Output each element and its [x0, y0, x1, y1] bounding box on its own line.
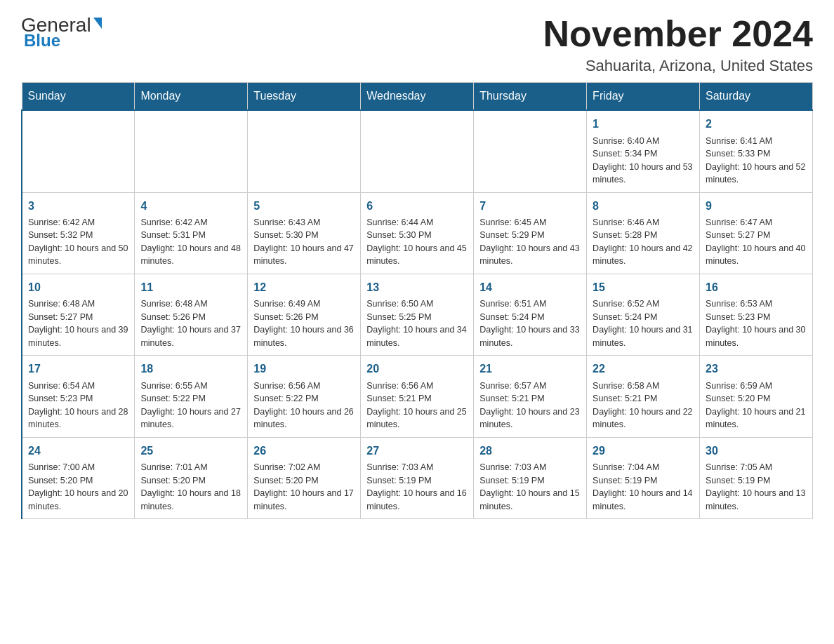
calendar-cell: 16Sunrise: 6:53 AM Sunset: 5:23 PM Dayli… [700, 274, 813, 355]
page-header: General Blue November 2024 Sahuarita, Ar… [21, 14, 813, 75]
calendar-cell: 21Sunrise: 6:57 AM Sunset: 5:21 PM Dayli… [474, 356, 587, 437]
day-info: Sunrise: 6:45 AM Sunset: 5:29 PM Dayligh… [479, 217, 579, 267]
day-info: Sunrise: 6:52 AM Sunset: 5:24 PM Dayligh… [593, 299, 692, 348]
day-info: Sunrise: 6:47 AM Sunset: 5:27 PM Dayligh… [706, 217, 805, 267]
calendar-week-row: 3Sunrise: 6:42 AM Sunset: 5:32 PM Daylig… [22, 192, 813, 274]
calendar-cell: 8Sunrise: 6:46 AM Sunset: 5:28 PM Daylig… [587, 192, 700, 274]
day-info: Sunrise: 6:59 AM Sunset: 5:20 PM Dayligh… [706, 381, 805, 430]
day-info: Sunrise: 6:54 AM Sunset: 5:23 PM Dayligh… [28, 381, 128, 430]
day-number: 28 [479, 443, 581, 459]
calendar-cell [474, 110, 587, 192]
calendar-cell: 7Sunrise: 6:45 AM Sunset: 5:29 PM Daylig… [474, 192, 587, 274]
day-info: Sunrise: 6:56 AM Sunset: 5:21 PM Dayligh… [366, 381, 466, 430]
calendar-cell: 2Sunrise: 6:41 AM Sunset: 5:33 PM Daylig… [700, 110, 813, 192]
calendar-day-header-thursday: Thursday [474, 83, 587, 111]
calendar-week-row: 17Sunrise: 6:54 AM Sunset: 5:23 PM Dayli… [22, 356, 813, 437]
day-number: 8 [593, 199, 694, 214]
day-number: 17 [28, 361, 128, 377]
day-number: 7 [479, 199, 581, 214]
page-title: November 2024 [543, 14, 813, 54]
day-info: Sunrise: 7:00 AM Sunset: 5:20 PM Dayligh… [28, 462, 128, 511]
day-number: 30 [706, 443, 807, 459]
calendar-cell: 4Sunrise: 6:42 AM Sunset: 5:31 PM Daylig… [135, 192, 248, 274]
day-number: 10 [28, 280, 128, 295]
logo-blue-text: Blue [21, 31, 60, 51]
calendar-cell [361, 110, 474, 192]
day-info: Sunrise: 6:55 AM Sunset: 5:22 PM Dayligh… [140, 381, 240, 430]
calendar-header-row: SundayMondayTuesdayWednesdayThursdayFrid… [22, 83, 813, 111]
calendar-week-row: 10Sunrise: 6:48 AM Sunset: 5:27 PM Dayli… [22, 274, 813, 355]
calendar-cell: 13Sunrise: 6:50 AM Sunset: 5:25 PM Dayli… [361, 274, 474, 355]
calendar-cell: 22Sunrise: 6:58 AM Sunset: 5:21 PM Dayli… [587, 356, 700, 437]
day-info: Sunrise: 6:48 AM Sunset: 5:27 PM Dayligh… [28, 299, 128, 348]
calendar-day-header-saturday: Saturday [700, 83, 813, 111]
day-info: Sunrise: 6:51 AM Sunset: 5:24 PM Dayligh… [479, 299, 579, 348]
day-info: Sunrise: 6:53 AM Sunset: 5:23 PM Dayligh… [706, 299, 805, 348]
day-info: Sunrise: 6:41 AM Sunset: 5:33 PM Dayligh… [706, 136, 805, 185]
logo-triangle-icon [93, 18, 102, 29]
calendar-cell [248, 110, 361, 192]
day-info: Sunrise: 6:58 AM Sunset: 5:21 PM Dayligh… [593, 381, 692, 430]
day-info: Sunrise: 6:56 AM Sunset: 5:22 PM Dayligh… [253, 381, 353, 430]
calendar-cell: 3Sunrise: 6:42 AM Sunset: 5:32 PM Daylig… [22, 192, 135, 274]
calendar-cell: 19Sunrise: 6:56 AM Sunset: 5:22 PM Dayli… [248, 356, 361, 437]
day-info: Sunrise: 6:57 AM Sunset: 5:21 PM Dayligh… [479, 381, 579, 430]
calendar-cell: 6Sunrise: 6:44 AM Sunset: 5:30 PM Daylig… [361, 192, 474, 274]
day-info: Sunrise: 7:03 AM Sunset: 5:19 PM Dayligh… [366, 462, 466, 511]
calendar-cell: 11Sunrise: 6:48 AM Sunset: 5:26 PM Dayli… [135, 274, 248, 355]
day-info: Sunrise: 7:04 AM Sunset: 5:19 PM Dayligh… [593, 462, 692, 511]
calendar-cell: 1Sunrise: 6:40 AM Sunset: 5:34 PM Daylig… [587, 110, 700, 192]
day-info: Sunrise: 6:49 AM Sunset: 5:26 PM Dayligh… [253, 299, 353, 348]
calendar-cell: 29Sunrise: 7:04 AM Sunset: 5:19 PM Dayli… [587, 437, 700, 518]
day-number: 25 [140, 443, 241, 459]
calendar-day-header-wednesday: Wednesday [361, 83, 474, 111]
title-area: November 2024 Sahuarita, Arizona, United… [543, 14, 813, 75]
calendar-cell [22, 110, 135, 192]
page-subtitle: Sahuarita, Arizona, United States [543, 57, 813, 75]
day-number: 23 [706, 361, 807, 377]
day-number: 2 [706, 116, 807, 132]
calendar-day-header-monday: Monday [135, 83, 248, 111]
day-info: Sunrise: 7:03 AM Sunset: 5:19 PM Dayligh… [479, 462, 579, 511]
day-number: 1 [593, 116, 694, 132]
day-number: 29 [593, 443, 694, 459]
day-info: Sunrise: 6:42 AM Sunset: 5:31 PM Dayligh… [140, 217, 240, 267]
calendar-cell: 17Sunrise: 6:54 AM Sunset: 5:23 PM Dayli… [22, 356, 135, 437]
day-number: 11 [140, 280, 241, 295]
calendar-cell: 23Sunrise: 6:59 AM Sunset: 5:20 PM Dayli… [700, 356, 813, 437]
calendar-day-header-friday: Friday [587, 83, 700, 111]
day-info: Sunrise: 6:48 AM Sunset: 5:26 PM Dayligh… [140, 299, 240, 348]
day-info: Sunrise: 7:02 AM Sunset: 5:20 PM Dayligh… [253, 462, 353, 511]
calendar-day-header-sunday: Sunday [22, 83, 135, 111]
calendar-week-row: 24Sunrise: 7:00 AM Sunset: 5:20 PM Dayli… [22, 437, 813, 518]
day-number: 19 [253, 361, 355, 377]
calendar-cell: 12Sunrise: 6:49 AM Sunset: 5:26 PM Dayli… [248, 274, 361, 355]
day-info: Sunrise: 7:05 AM Sunset: 5:19 PM Dayligh… [706, 462, 805, 511]
calendar-cell: 24Sunrise: 7:00 AM Sunset: 5:20 PM Dayli… [22, 437, 135, 518]
day-number: 5 [253, 199, 355, 214]
day-number: 4 [140, 199, 241, 214]
day-number: 18 [140, 361, 241, 377]
calendar-cell: 15Sunrise: 6:52 AM Sunset: 5:24 PM Dayli… [587, 274, 700, 355]
day-number: 3 [28, 199, 128, 214]
calendar-cell: 30Sunrise: 7:05 AM Sunset: 5:19 PM Dayli… [700, 437, 813, 518]
day-number: 6 [366, 199, 468, 214]
day-info: Sunrise: 6:40 AM Sunset: 5:34 PM Dayligh… [593, 136, 692, 185]
day-number: 14 [479, 280, 581, 295]
day-number: 21 [479, 361, 581, 377]
calendar-cell: 25Sunrise: 7:01 AM Sunset: 5:20 PM Dayli… [135, 437, 248, 518]
calendar-week-row: 1Sunrise: 6:40 AM Sunset: 5:34 PM Daylig… [22, 110, 813, 192]
logo: General Blue [21, 14, 102, 51]
calendar-cell: 28Sunrise: 7:03 AM Sunset: 5:19 PM Dayli… [474, 437, 587, 518]
day-info: Sunrise: 6:46 AM Sunset: 5:28 PM Dayligh… [593, 217, 692, 267]
calendar-cell: 18Sunrise: 6:55 AM Sunset: 5:22 PM Dayli… [135, 356, 248, 437]
calendar-table: SundayMondayTuesdayWednesdayThursdayFrid… [21, 82, 813, 519]
day-info: Sunrise: 7:01 AM Sunset: 5:20 PM Dayligh… [140, 462, 240, 511]
calendar-cell: 9Sunrise: 6:47 AM Sunset: 5:27 PM Daylig… [700, 192, 813, 274]
calendar-cell: 20Sunrise: 6:56 AM Sunset: 5:21 PM Dayli… [361, 356, 474, 437]
calendar-cell: 26Sunrise: 7:02 AM Sunset: 5:20 PM Dayli… [248, 437, 361, 518]
day-number: 15 [593, 280, 694, 295]
day-number: 13 [366, 280, 468, 295]
day-number: 9 [706, 199, 807, 214]
calendar-cell: 5Sunrise: 6:43 AM Sunset: 5:30 PM Daylig… [248, 192, 361, 274]
